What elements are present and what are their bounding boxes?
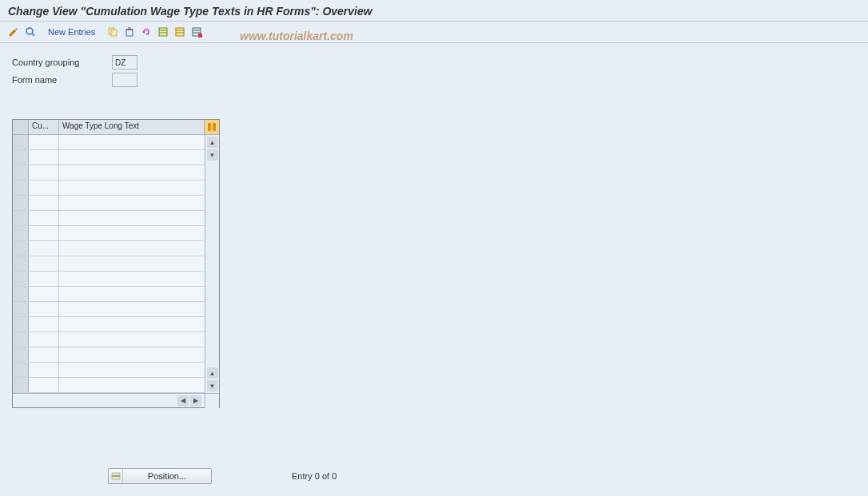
row-selector[interactable]	[13, 272, 29, 286]
scroll-corner	[205, 394, 219, 408]
scroll-down-icon[interactable]: ▼	[207, 380, 218, 391]
table-row	[13, 347, 205, 363]
cell-wagetype[interactable]	[59, 226, 205, 240]
cell-wagetype[interactable]	[59, 302, 205, 316]
vertical-scrollbar[interactable]: ▲ ▼ ▲ ▼	[205, 135, 219, 393]
cell-cumulation[interactable]	[29, 363, 59, 377]
cell-wagetype[interactable]	[59, 332, 205, 347]
print-icon[interactable]	[189, 25, 204, 39]
select-all-icon[interactable]	[156, 25, 170, 39]
svg-line-1	[32, 34, 34, 36]
cell-wagetype[interactable]	[59, 150, 205, 165]
cell-cumulation[interactable]	[29, 196, 59, 210]
row-selector[interactable]	[13, 302, 29, 316]
table-row	[13, 181, 205, 196]
row-selector[interactable]	[13, 378, 29, 392]
cell-wagetype[interactable]	[59, 241, 205, 256]
form-name-label: Form name	[12, 75, 112, 85]
cell-cumulation[interactable]	[29, 150, 59, 165]
svg-rect-11	[176, 28, 184, 36]
table-row	[13, 256, 205, 272]
cell-cumulation[interactable]	[29, 317, 59, 331]
cell-wagetype[interactable]	[59, 196, 205, 210]
cell-wagetype[interactable]	[59, 256, 205, 271]
cell-wagetype[interactable]	[59, 135, 205, 149]
other-view-icon[interactable]	[23, 25, 38, 39]
cell-cumulation[interactable]	[29, 272, 59, 286]
wage-type-table: Cu... Wage Type Long Text ▲ ▼ ▲ ▼ ◀	[12, 119, 220, 408]
cell-wagetype[interactable]	[59, 272, 205, 286]
cell-wagetype[interactable]	[59, 211, 205, 225]
cell-wagetype[interactable]	[59, 181, 205, 195]
row-selector[interactable]	[13, 150, 29, 165]
toggle-change-icon[interactable]	[6, 25, 21, 39]
table-row	[13, 332, 205, 347]
position-label: Position...	[123, 471, 211, 481]
cell-cumulation[interactable]	[29, 378, 59, 392]
row-selector[interactable]	[13, 332, 29, 347]
cell-cumulation[interactable]	[29, 165, 59, 180]
row-selector[interactable]	[13, 165, 29, 180]
scroll-up-icon[interactable]: ▲	[207, 137, 218, 148]
svg-rect-4	[126, 30, 133, 36]
cell-wagetype[interactable]	[59, 363, 205, 377]
row-selector[interactable]	[13, 256, 29, 271]
table-row	[13, 363, 205, 378]
cell-cumulation[interactable]	[29, 211, 59, 225]
scroll-up-step-icon[interactable]: ▲	[207, 367, 218, 379]
undo-icon[interactable]	[139, 25, 153, 39]
cell-wagetype[interactable]	[59, 165, 205, 180]
cell-cumulation[interactable]	[29, 287, 59, 301]
cell-cumulation[interactable]	[29, 256, 59, 271]
row-selector[interactable]	[13, 226, 29, 240]
cell-cumulation[interactable]	[29, 241, 59, 256]
cell-wagetype[interactable]	[59, 378, 205, 392]
new-entries-button[interactable]: New Entries	[43, 26, 100, 38]
svg-rect-18	[208, 123, 211, 131]
cell-wagetype[interactable]	[59, 347, 205, 362]
cell-cumulation[interactable]	[29, 226, 59, 240]
row-selector[interactable]	[13, 347, 29, 362]
row-selector[interactable]	[13, 317, 29, 331]
col-header-cumulation[interactable]: Cu...	[29, 120, 59, 134]
cell-cumulation[interactable]	[29, 332, 59, 347]
country-grouping-field[interactable]	[112, 55, 137, 69]
position-icon	[109, 469, 123, 483]
row-selector[interactable]	[13, 363, 29, 377]
form-name-field[interactable]	[112, 73, 137, 87]
col-header-wagetype[interactable]: Wage Type Long Text	[59, 120, 205, 134]
cell-cumulation[interactable]	[29, 302, 59, 316]
cell-cumulation[interactable]	[29, 347, 59, 362]
position-button[interactable]: Position...	[108, 468, 212, 484]
table-row	[13, 226, 205, 241]
table-row	[13, 165, 205, 181]
table-row	[13, 378, 205, 393]
delete-icon[interactable]	[122, 25, 137, 39]
cell-cumulation[interactable]	[29, 181, 59, 195]
row-selector[interactable]	[13, 287, 29, 301]
scroll-down-step-icon[interactable]: ▼	[207, 149, 218, 161]
row-selector[interactable]	[13, 135, 29, 149]
copy-icon[interactable]	[106, 25, 120, 39]
scroll-left-icon[interactable]: ◀	[177, 395, 189, 407]
table-row	[13, 196, 205, 211]
row-selector[interactable]	[13, 241, 29, 256]
table-row	[13, 317, 205, 332]
row-selector[interactable]	[13, 211, 29, 225]
scroll-right-icon[interactable]: ▶	[190, 395, 201, 407]
table-row	[13, 302, 205, 317]
cell-wagetype[interactable]	[59, 287, 205, 301]
row-selector[interactable]	[13, 181, 29, 195]
row-selector[interactable]	[13, 196, 29, 210]
svg-rect-21	[112, 475, 120, 477]
country-grouping-label: Country grouping	[12, 58, 112, 67]
cell-wagetype[interactable]	[59, 317, 205, 331]
table-config-icon[interactable]	[205, 120, 219, 134]
toolbar: New Entries	[0, 22, 868, 43]
svg-rect-3	[111, 30, 117, 36]
cell-cumulation[interactable]	[29, 135, 59, 149]
select-all-rows[interactable]	[13, 120, 29, 134]
table-row	[13, 272, 205, 287]
horizontal-scrollbar[interactable]: ◀ ▶	[13, 393, 219, 407]
deselect-all-icon[interactable]	[173, 25, 187, 39]
